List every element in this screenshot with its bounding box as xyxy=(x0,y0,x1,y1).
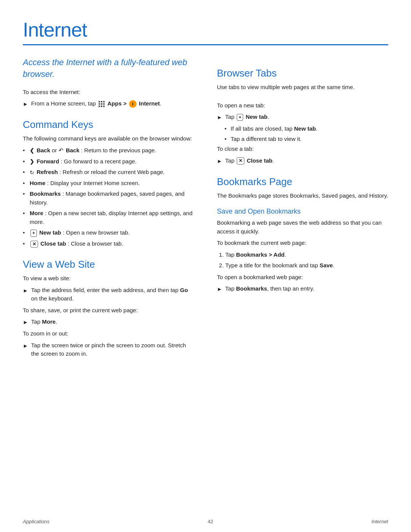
close-tab-desc: : Close a browser tab. xyxy=(68,240,123,247)
new-tab-label: New tab xyxy=(39,229,61,236)
home-label: Home xyxy=(30,180,46,186)
open-bookmarked-step: ► Tap Bookmarks, then tap an entry. xyxy=(217,284,388,293)
close-tab-label: Close tab xyxy=(40,240,66,247)
close-tab-period: . xyxy=(272,157,274,164)
arrow-icon: ► xyxy=(217,157,222,165)
more-label: More xyxy=(42,318,56,325)
plus-box-icon: + xyxy=(30,230,37,237)
arrow-icon: ► xyxy=(217,113,222,121)
arrow-icon: ► xyxy=(23,342,28,350)
new-tab-bold: New tab xyxy=(245,113,268,120)
list-item: Bookmarks : Manage bookmarked pages, sav… xyxy=(23,190,194,207)
refresh-icon: ↻ xyxy=(30,169,34,177)
more-period: . xyxy=(56,318,57,325)
more-desc: : Open a new secret tab, display Interne… xyxy=(30,210,193,225)
view-web-step-text: Tap the address field, enter the web add… xyxy=(31,286,194,303)
page-title: Internet xyxy=(23,18,388,41)
go-suffix: on the keyboard. xyxy=(31,295,74,302)
list-item: If all tabs are closed, tap New tab. xyxy=(225,125,388,133)
new-tab-desc: : Open a new browser tab. xyxy=(63,229,130,236)
command-keys-intro: The following command keys are available… xyxy=(23,134,194,143)
access-internet-label: To access the Internet: xyxy=(23,88,194,97)
refresh-desc: : Refresh or reload the current Web page… xyxy=(59,169,165,175)
share-step: ► Tap More. xyxy=(23,318,194,326)
arrow-icon: ► xyxy=(23,318,28,326)
close-tab-step-text: Tap ✕ Close tab. xyxy=(225,157,274,165)
bookmark-current-intro: To bookmark the current web page: xyxy=(217,239,388,248)
right-column: Browser Tabs Use tabs to view multiple w… xyxy=(217,57,388,361)
plus-box-icon: + xyxy=(237,114,243,121)
browser-tabs-title: Browser Tabs xyxy=(217,67,388,79)
left-column: Access the Internet with a fully-feature… xyxy=(23,57,194,361)
arrow-icon: ► xyxy=(23,287,28,295)
or-text: or xyxy=(52,147,59,153)
access-internet-step: ► From a Home screen, tap Apps > i Inter… xyxy=(23,99,194,108)
zoom-step-text: Tap the screen twice or pinch the screen… xyxy=(31,341,194,358)
zoom-intro: To zoom in or out: xyxy=(23,329,194,338)
chevron-right-icon: ❯ xyxy=(30,158,34,166)
list-item: ↻ Refresh : Refresh or reload the curren… xyxy=(23,168,194,177)
open-bookmarked-suffix: , then tap an entry. xyxy=(267,285,314,292)
back-desc: : Return to the previous page. xyxy=(81,147,156,153)
new-tab-intro: To open a new tab: xyxy=(217,101,388,110)
intro-text: Access the Internet with a fully-feature… xyxy=(23,57,194,80)
footer-right: Internet xyxy=(371,519,388,524)
bookmarks-intro: The Bookmarks page stores Bookmarks, Sav… xyxy=(217,192,388,200)
new-tab-step: ► Tap + New tab. xyxy=(217,113,388,121)
view-web-step: ► Tap the address field, enter the web a… xyxy=(23,286,194,303)
arrow-icon: ► xyxy=(23,100,28,108)
bookmark-steps: Tap Bookmarks > Add. Type a title for th… xyxy=(217,251,388,270)
list-item: ❮ Back or ↶ Back : Return to the previou… xyxy=(23,146,194,155)
bookmarks-page-title: Bookmarks Page xyxy=(217,176,388,188)
new-tab-step-text: Tap + New tab. xyxy=(225,113,269,121)
back-label2: Back xyxy=(66,147,80,153)
back-label: Back xyxy=(37,147,50,153)
apps-label: Apps > xyxy=(107,100,126,107)
share-intro: To share, save, or print the current web… xyxy=(23,306,194,315)
command-keys-list: ❮ Back or ↶ Back : Return to the previou… xyxy=(23,146,194,248)
chevron-left-icon: ❮ xyxy=(30,147,34,155)
more-label: More xyxy=(30,210,43,216)
bookmarks-label: Bookmarks xyxy=(236,285,267,292)
view-web-intro: To view a web site: xyxy=(23,274,194,283)
footer: Applications 42 Internet xyxy=(0,519,411,524)
close-tab-step: ► Tap ✕ Close tab. xyxy=(217,157,388,165)
open-bookmarked-text: Tap Bookmarks, then tap an entry. xyxy=(225,284,314,293)
footer-left: Applications xyxy=(23,519,49,524)
title-rule xyxy=(23,44,388,45)
close-tab-intro: To close a tab: xyxy=(217,145,388,153)
forward-label: Forward xyxy=(37,158,59,165)
view-web-title: View a Web Site xyxy=(23,259,194,270)
save-open-intro: Bookmarking a web page saves the web add… xyxy=(217,219,388,236)
zoom-step: ► Tap the screen twice or pinch the scre… xyxy=(23,341,194,358)
bookmarks-add-label: Bookmarks > Add xyxy=(236,251,284,258)
apps-icon xyxy=(98,101,105,107)
list-item: Tap Bookmarks > Add. xyxy=(225,251,388,259)
open-bookmarked-intro: To open a bookmarked web page: xyxy=(217,273,388,282)
x-box-icon: ✕ xyxy=(30,241,38,248)
access-step-text: From a Home screen, tap Apps > i Interne… xyxy=(31,99,161,108)
list-item: More : Open a new secret tab, display In… xyxy=(23,209,194,226)
footer-center: 42 xyxy=(208,519,213,524)
home-desc: : Display your Internet Home screen. xyxy=(47,180,140,186)
list-item: Tap a different tab to view it. xyxy=(225,135,388,144)
save-open-title: Save and Open Bookmarks xyxy=(217,208,388,216)
list-item: Type a title for the bookmark and tap Sa… xyxy=(225,261,388,270)
close-tab-bold: Close tab xyxy=(247,157,272,164)
x-box-icon: ✕ xyxy=(237,157,244,165)
new-tab-bullets: If all tabs are closed, tap New tab. Tap… xyxy=(225,125,388,143)
share-step-text: Tap More. xyxy=(31,318,57,326)
refresh-label: Refresh xyxy=(37,169,58,175)
list-item: Home : Display your Internet Home screen… xyxy=(23,179,194,188)
list-item: ✕ Close tab : Close a browser tab. xyxy=(23,240,194,248)
forward-desc: : Go forward to a recent page. xyxy=(61,158,137,165)
command-keys-title: Command Keys xyxy=(23,119,194,131)
list-item: + New tab : Open a new browser tab. xyxy=(23,228,194,237)
browser-tabs-intro: Use tabs to view multiple web pages at t… xyxy=(217,83,388,92)
new-tab-inline: New tab xyxy=(294,125,316,132)
go-label: Go xyxy=(180,287,188,293)
list-item: ❯ Forward : Go forward to a recent page. xyxy=(23,157,194,166)
back-arrow-icon: ↶ xyxy=(59,146,64,155)
new-tab-period: . xyxy=(268,113,269,120)
bookmarks-label: Bookmarks xyxy=(30,190,61,197)
